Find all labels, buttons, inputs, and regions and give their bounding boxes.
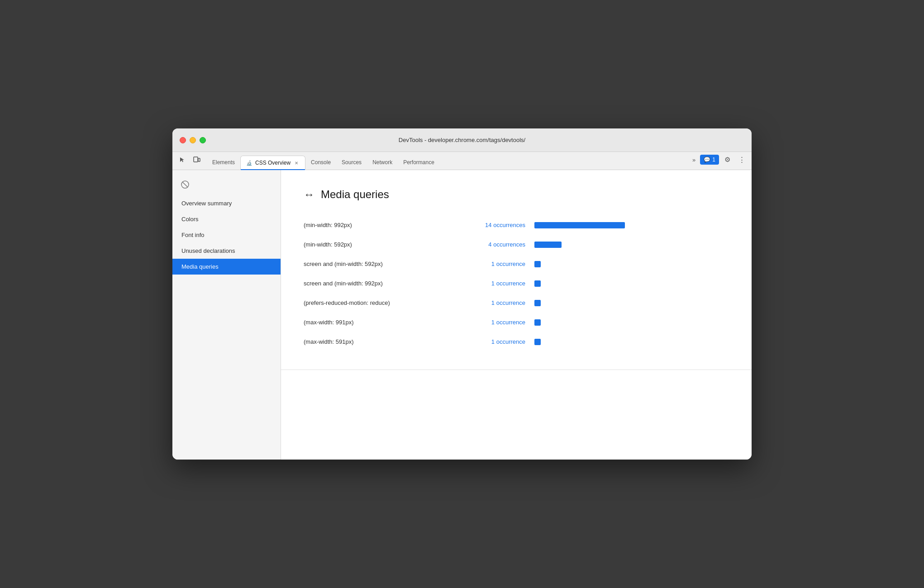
query-label: (max-width: 591px) bbox=[304, 338, 457, 345]
query-row: (min-width: 992px)14 occurrences bbox=[304, 215, 729, 235]
sidebar: Overview summary Colors Font info Unused… bbox=[172, 170, 281, 460]
block-button[interactable] bbox=[178, 177, 192, 192]
tab-bar: Elements 🔬 CSS Overview ✕ Console Source… bbox=[172, 152, 752, 170]
sidebar-item-colors[interactable]: Colors bbox=[172, 211, 281, 227]
toolbar-right: » 💬 1 ⚙ ⋮ bbox=[690, 153, 748, 170]
cursor-icon[interactable] bbox=[176, 153, 189, 166]
query-bar-container bbox=[534, 319, 729, 326]
sidebar-item-unused-declarations[interactable]: Unused declarations bbox=[172, 243, 281, 259]
query-row: (max-width: 991px)1 occurrence bbox=[304, 313, 729, 332]
query-label: (min-width: 992px) bbox=[304, 222, 457, 228]
content-inner: ↔ Media queries (min-width: 992px)14 occ… bbox=[281, 170, 752, 370]
chat-icon: 💬 bbox=[704, 156, 710, 163]
query-bar bbox=[534, 242, 562, 248]
notifications-button[interactable]: 💬 1 bbox=[700, 155, 719, 165]
query-label: (prefers-reduced-motion: reduce) bbox=[304, 299, 457, 306]
query-occurrences[interactable]: 1 occurrence bbox=[467, 280, 525, 287]
query-row: (prefers-reduced-motion: reduce)1 occurr… bbox=[304, 293, 729, 313]
window-title: DevTools - developer.chrome.com/tags/dev… bbox=[399, 137, 525, 143]
query-bar-container bbox=[534, 280, 729, 287]
tab-network[interactable]: Network bbox=[367, 155, 398, 170]
section-title-text: Media queries bbox=[321, 188, 389, 201]
toolbar-left bbox=[176, 153, 203, 170]
tab-elements[interactable]: Elements bbox=[207, 155, 240, 170]
tab-sources[interactable]: Sources bbox=[336, 155, 367, 170]
query-bar-dot bbox=[534, 300, 541, 306]
tab-performance[interactable]: Performance bbox=[398, 155, 440, 170]
svg-rect-0 bbox=[194, 157, 198, 162]
svg-line-3 bbox=[182, 182, 188, 187]
svg-rect-1 bbox=[198, 158, 200, 161]
sidebar-item-overview-summary[interactable]: Overview summary bbox=[172, 195, 281, 211]
query-bar-container bbox=[534, 222, 729, 228]
minimize-button[interactable] bbox=[190, 137, 196, 143]
tab-close-button[interactable]: ✕ bbox=[293, 160, 300, 166]
query-occurrences[interactable]: 14 occurrences bbox=[467, 222, 525, 228]
query-occurrences[interactable]: 1 occurrence bbox=[467, 338, 525, 345]
query-bar-container bbox=[534, 261, 729, 267]
title-bar: DevTools - developer.chrome.com/tags/dev… bbox=[172, 128, 752, 152]
query-bar-container bbox=[534, 242, 729, 248]
tab-console[interactable]: Console bbox=[305, 155, 336, 170]
more-menu-button[interactable]: ⋮ bbox=[735, 153, 748, 166]
query-bar-dot bbox=[534, 261, 541, 267]
more-tabs-button[interactable]: » bbox=[690, 155, 698, 165]
query-label: screen and (min-width: 592px) bbox=[304, 261, 457, 267]
section-title: ↔ Media queries bbox=[304, 188, 729, 201]
query-bar-dot bbox=[534, 319, 541, 326]
query-row: screen and (min-width: 992px)1 occurrenc… bbox=[304, 274, 729, 293]
query-rows-container: (min-width: 992px)14 occurrences(min-wid… bbox=[304, 215, 729, 351]
content-panel: ↔ Media queries (min-width: 992px)14 occ… bbox=[281, 170, 752, 460]
query-bar bbox=[534, 222, 625, 228]
query-occurrences[interactable]: 4 occurrences bbox=[467, 241, 525, 248]
query-row: (max-width: 591px)1 occurrence bbox=[304, 332, 729, 351]
query-row: screen and (min-width: 592px)1 occurrenc… bbox=[304, 254, 729, 274]
css-overview-icon: 🔬 bbox=[246, 160, 252, 166]
query-row: (min-width: 592px)4 occurrences bbox=[304, 235, 729, 254]
query-bar-dot bbox=[534, 280, 541, 287]
sidebar-item-media-queries[interactable]: Media queries bbox=[172, 259, 281, 275]
content-divider bbox=[281, 370, 752, 370]
close-button[interactable] bbox=[180, 137, 186, 143]
media-queries-icon: ↔ bbox=[304, 188, 314, 201]
devtools-window: DevTools - developer.chrome.com/tags/dev… bbox=[172, 128, 752, 460]
device-toggle-icon[interactable] bbox=[191, 153, 203, 166]
sidebar-item-font-info[interactable]: Font info bbox=[172, 227, 281, 243]
query-bar-container bbox=[534, 339, 729, 345]
query-bar-dot bbox=[534, 339, 541, 345]
query-bar-container bbox=[534, 300, 729, 306]
maximize-button[interactable] bbox=[200, 137, 206, 143]
query-label: screen and (min-width: 992px) bbox=[304, 280, 457, 287]
query-label: (min-width: 592px) bbox=[304, 241, 457, 248]
query-occurrences[interactable]: 1 occurrence bbox=[467, 299, 525, 306]
tab-css-overview[interactable]: 🔬 CSS Overview ✕ bbox=[240, 156, 305, 170]
main-content: Overview summary Colors Font info Unused… bbox=[172, 170, 752, 460]
query-occurrences[interactable]: 1 occurrence bbox=[467, 319, 525, 326]
query-label: (max-width: 991px) bbox=[304, 319, 457, 326]
settings-button[interactable]: ⚙ bbox=[721, 153, 733, 166]
query-occurrences[interactable]: 1 occurrence bbox=[467, 261, 525, 267]
traffic-lights bbox=[180, 137, 206, 143]
